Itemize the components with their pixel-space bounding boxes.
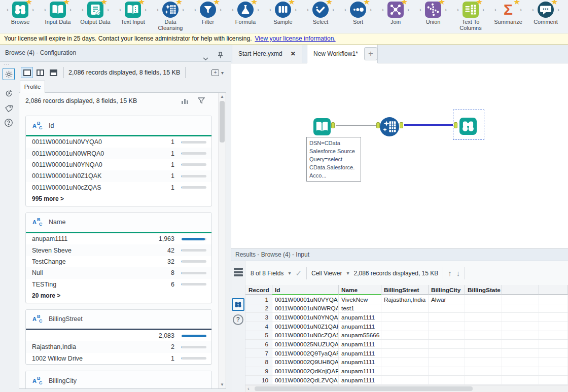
tab-profile[interactable]: Profile (20, 81, 45, 93)
cell-viewer-selector[interactable]: Cell Viewer (311, 270, 342, 277)
record-number-cell[interactable]: 9 (245, 367, 272, 376)
tool-browse[interactable]: ››★Browse (2, 0, 39, 33)
tool-sort[interactable]: ››★Sort (339, 0, 377, 33)
data-cell[interactable]: anupam1111 (339, 313, 381, 322)
table-row[interactable]: 80011W00002Q9UH8QANanupam1111 (245, 358, 568, 367)
data-cell[interactable] (465, 367, 502, 376)
data-cell[interactable] (502, 367, 539, 376)
column-header-empty[interactable] (502, 285, 539, 295)
data-cell[interactable] (502, 376, 539, 384)
data-cell[interactable] (429, 331, 465, 340)
data-cell[interactable] (381, 340, 429, 348)
data-cell[interactable] (381, 313, 429, 322)
license-info-link[interactable]: View your license information. (255, 35, 335, 42)
data-cell[interactable] (465, 331, 502, 340)
tool-annotation[interactable]: DSN=CDataSalesforce SourceQuery=selectCD… (306, 137, 361, 182)
scroll-up-icon[interactable]: ▲ (219, 94, 226, 99)
record-number-cell[interactable]: 5 (245, 331, 272, 340)
data-cell[interactable]: anupam55666 (339, 331, 381, 340)
data-cell[interactable]: VivekNew (339, 295, 381, 304)
open-in-new-window-button[interactable]: + ▾ (211, 69, 224, 76)
table-row[interactable]: 10011W00001uN0VYQA0VivekNewRajasthan,Ind… (245, 295, 568, 304)
caret-down-icon[interactable]: ▾ (346, 270, 349, 276)
data-cell[interactable] (539, 331, 568, 340)
data-cell[interactable] (539, 340, 568, 348)
output-anchor[interactable] (331, 122, 335, 128)
value-row[interactable]: Steven Sbeve 42 (26, 244, 211, 256)
record-number-cell[interactable]: 10 (245, 376, 272, 384)
drag-handle-dots[interactable]: ····· (234, 263, 243, 267)
data-cell[interactable] (381, 358, 429, 367)
tool-union[interactable]: ››★Union (414, 0, 452, 33)
field-card-header[interactable]: ABC Id (26, 116, 211, 135)
data-cell[interactable] (465, 358, 502, 367)
record-number-cell[interactable]: 6 (245, 340, 272, 348)
profile-scrollbar[interactable]: ▲ ▼ (218, 93, 226, 388)
value-row[interactable]: Null 8 (26, 267, 211, 278)
value-row[interactable]: anupam1111 1,963 (26, 233, 211, 244)
record-number-cell[interactable]: 3 (245, 313, 272, 322)
caret-down-icon[interactable]: ▾ (221, 70, 224, 76)
value-row[interactable]: 0011W00001uN0cZQAS 1 (26, 182, 211, 193)
scroll-bottom-icon[interactable]: ↓ (456, 269, 460, 277)
data-cell[interactable] (502, 322, 539, 331)
new-workflow-tab-button[interactable]: + (364, 47, 377, 60)
scrollbar-thumb[interactable] (220, 101, 225, 142)
data-cell[interactable]: anupam1111 (339, 358, 381, 367)
data-cell[interactable] (429, 349, 465, 358)
value-row[interactable]: 2,083 (26, 330, 211, 341)
data-cell[interactable]: anupam1111 (339, 322, 381, 331)
tool-input-data[interactable]: ››★Input Data (39, 0, 77, 33)
data-cell[interactable]: 0011W00002Q9UH8QAN (272, 358, 339, 367)
table-view-icon[interactable] (234, 268, 243, 278)
data-cell[interactable] (381, 349, 429, 358)
tool-select[interactable]: ››★Select (302, 0, 339, 33)
data-cell[interactable] (502, 331, 539, 340)
data-cell[interactable]: anupam1111 (339, 349, 381, 358)
data-cell[interactable] (429, 340, 465, 348)
value-row[interactable]: Rajasthan,India 2 (26, 341, 211, 352)
tool-sample[interactable]: ››★Sample (264, 0, 302, 33)
apply-check-icon[interactable]: ✓ (295, 269, 302, 278)
data-cell[interactable] (429, 322, 465, 331)
data-cell[interactable] (539, 376, 568, 384)
data-cell[interactable] (429, 313, 465, 322)
data-cell[interactable] (502, 349, 539, 358)
table-row[interactable]: 50011W00001uN0cZQASanupam55666 (245, 331, 568, 340)
record-number-cell[interactable]: 1 (245, 295, 272, 304)
output-anchor[interactable] (400, 122, 403, 128)
column-header-billingstate[interactable]: BillingState (465, 285, 502, 295)
data-cell[interactable] (429, 367, 465, 376)
drag-handle-dots[interactable]: ··· (4, 62, 10, 67)
column-header-billingstreet[interactable]: BillingStreet (381, 285, 429, 295)
data-cell[interactable]: 0011W00002QdLZVQA3 (272, 376, 339, 384)
chart-icon[interactable] (182, 97, 189, 105)
data-cell[interactable] (465, 322, 502, 331)
table-row[interactable]: 100011W00002QdLZVQA3anupam1111 (245, 376, 568, 385)
horizontal-scrollbar[interactable]: ‹ (245, 385, 568, 392)
data-cell[interactable] (539, 313, 568, 322)
connection-gray[interactable] (336, 125, 378, 126)
layout-single-pane-button[interactable] (21, 67, 33, 78)
data-cell[interactable] (465, 304, 502, 313)
record-number-cell[interactable]: 7 (245, 349, 272, 358)
value-row[interactable]: 0011W00001uN0Z1QAK 1 (26, 170, 211, 182)
tool-join[interactable]: ››★Join (377, 0, 414, 33)
browse-tool-node[interactable] (459, 116, 477, 135)
value-row[interactable]: TestChange 32 (26, 256, 211, 267)
record-number-cell[interactable]: 8 (245, 358, 272, 367)
scrollbar-thumb[interactable] (255, 386, 473, 391)
column-header-empty[interactable] (539, 285, 568, 295)
data-cell[interactable]: anupam1111 (339, 367, 381, 376)
data-cell[interactable] (465, 295, 502, 304)
value-row[interactable]: TESTing 6 (26, 279, 211, 290)
data-cell[interactable]: anupam1111 (339, 340, 381, 348)
data-cell[interactable]: Rajasthan,India (381, 295, 429, 304)
data-cell[interactable] (465, 340, 502, 348)
connection-blue-selected[interactable] (404, 124, 453, 126)
tool-text-to-columns[interactable]: ››★Text To Columns (452, 0, 489, 33)
column-header-billingcity[interactable]: BillingCity (429, 285, 465, 295)
data-cell[interactable]: 0011W00002Q9TyaQAF (272, 349, 339, 358)
record-number-cell[interactable]: 2 (245, 304, 272, 313)
data-cell[interactable]: 0011W00001uN0cZQAS (272, 331, 339, 340)
